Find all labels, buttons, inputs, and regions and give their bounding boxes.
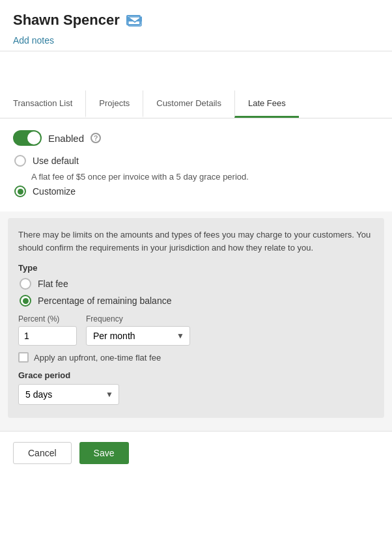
flat-fee-label: Flat fee — [38, 279, 68, 289]
frequency-label: Frequency — [86, 314, 190, 324]
tab-transaction-list[interactable]: Transaction List — [0, 90, 85, 118]
customer-name: Shawn Spencer — [13, 12, 120, 29]
use-default-label: Use default — [33, 156, 79, 166]
tab-projects[interactable]: Projects — [85, 90, 143, 118]
upfront-label: Apply an upfront, one-time flat fee — [34, 353, 161, 363]
add-notes-link[interactable]: Add notes — [13, 35, 54, 46]
header: Shawn Spencer Add notes — [0, 0, 392, 51]
flat-fee-row: Flat fee — [18, 278, 374, 290]
use-default-row: Use default — [13, 155, 379, 167]
grace-period-select[interactable]: 5 days 1 day 3 days 7 days 10 days 14 da… — [19, 385, 119, 404]
percent-group: Percent (%) — [18, 314, 77, 346]
use-default-radio[interactable] — [14, 155, 26, 167]
upfront-checkbox[interactable] — [18, 352, 29, 363]
use-default-description: A flat fee of $5 once per invoice with a… — [31, 172, 379, 182]
email-icon[interactable] — [126, 15, 141, 25]
page-container: Shawn Spencer Add notes Transaction List… — [0, 0, 392, 537]
percent-frequency-row: Percent (%) Frequency Per month Per week… — [18, 314, 374, 346]
toggle-knob — [27, 131, 40, 145]
save-button[interactable]: Save — [79, 442, 129, 464]
enabled-label: Enabled — [48, 133, 84, 144]
footer-buttons: Cancel Save — [0, 431, 392, 475]
percentage-radio[interactable] — [20, 295, 31, 307]
frequency-select-wrap: Per month Per week Per day Once ▼ — [86, 326, 190, 346]
tab-late-fees[interactable]: Late Fees — [234, 90, 299, 118]
customize-label: Customize — [33, 186, 76, 197]
percent-input[interactable] — [18, 326, 77, 346]
svg-rect-0 — [128, 17, 141, 26]
cancel-button[interactable]: Cancel — [13, 442, 72, 464]
tab-customer-details[interactable]: Customer Details — [143, 90, 234, 118]
customize-box: There may be limits on the amounts and t… — [8, 218, 384, 418]
info-text: There may be limits on the amounts and t… — [18, 228, 374, 254]
flat-fee-radio[interactable] — [20, 278, 31, 290]
tabs-bar: Transaction List Projects Customer Detai… — [0, 90, 392, 118]
help-icon[interactable]: ? — [91, 133, 101, 143]
customize-row: Customize — [13, 186, 379, 197]
page-title: Shawn Spencer — [13, 12, 379, 29]
upfront-row: Apply an upfront, one-time flat fee — [18, 352, 374, 363]
customize-radio[interactable] — [14, 186, 26, 197]
type-options: Flat fee Percentage of remaining balance — [18, 278, 374, 307]
frequency-select[interactable]: Per month Per week Per day Once — [87, 327, 189, 345]
percentage-label: Percentage of remaining balance — [38, 296, 171, 306]
enabled-row: Enabled ? — [13, 130, 379, 146]
frequency-group: Frequency Per month Per week Per day Onc… — [86, 314, 190, 346]
grace-period-label: Grace period — [18, 370, 374, 380]
grace-period-select-wrap: 5 days 1 day 3 days 7 days 10 days 14 da… — [18, 384, 119, 405]
percent-label: Percent (%) — [18, 314, 77, 324]
enabled-toggle[interactable] — [13, 130, 42, 146]
percentage-row: Percentage of remaining balance — [18, 295, 374, 307]
type-label: Type — [18, 263, 374, 273]
